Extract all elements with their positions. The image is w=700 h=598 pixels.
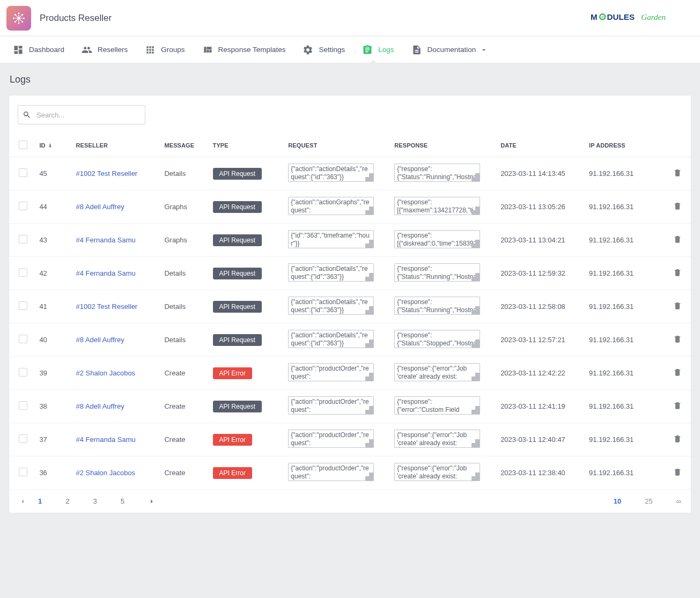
search-icon [23, 110, 31, 120]
perpage-10[interactable]: 10 [614, 497, 621, 505]
cell-date: 2023-03-11 14:13:45 [496, 157, 585, 190]
row-checkbox[interactable] [19, 368, 27, 376]
page-5[interactable]: 5 [121, 497, 124, 505]
th-request[interactable]: REQUEST [284, 134, 390, 157]
delete-button[interactable] [673, 367, 682, 377]
request-textarea[interactable]: {"action":"productOrder","request": [288, 463, 374, 481]
delete-button[interactable] [673, 268, 682, 277]
request-textarea[interactable]: {"id":"363","timeframe":"hour"}} [288, 230, 374, 248]
th-response[interactable]: RESPONSE [390, 134, 496, 157]
nav-label: Dashboard [29, 46, 64, 54]
response-textarea[interactable]: {"response":{"error":"Job 'create' alrea… [394, 463, 480, 481]
delete-button[interactable] [673, 401, 682, 410]
nav-resellers[interactable]: Resellers [73, 36, 136, 63]
main-navbar: DashboardResellersGroupsResponse Templat… [0, 36, 700, 63]
request-textarea[interactable]: {"action":"productOrder","request": [288, 363, 374, 381]
nav-dashboard[interactable]: Dashboard [4, 36, 73, 63]
reseller-link[interactable]: #4 Fernanda Samu [76, 236, 136, 244]
response-textarea[interactable]: {"response":[{"diskread":0,"time":158392 [394, 230, 480, 248]
reseller-link[interactable]: #2 Shalon Jacobos [76, 469, 136, 477]
delete-button[interactable] [673, 467, 682, 477]
delete-button[interactable] [673, 234, 682, 244]
search-box[interactable] [18, 105, 145, 124]
reseller-link[interactable]: #4 Fernanda Samu [76, 269, 136, 277]
product-icon [11, 11, 26, 26]
pagination: 1235 [19, 497, 156, 505]
table-row: 36#2 Shalon JacobosCreateAPI Error{"acti… [9, 456, 691, 490]
delete-button[interactable] [673, 334, 682, 344]
search-input[interactable] [35, 110, 141, 120]
reseller-link[interactable]: #1002 Test Reseller [76, 302, 138, 311]
row-checkbox[interactable] [19, 335, 27, 343]
row-checkbox[interactable] [19, 168, 27, 177]
reseller-link[interactable]: #8 Adell Auffrey [76, 203, 124, 211]
th-message[interactable]: MESSAGE [160, 134, 208, 157]
delete-button[interactable] [673, 168, 682, 178]
th-type[interactable]: TYPE [209, 134, 284, 157]
request-textarea[interactable]: {"action":"actionDetails","request":{"id… [288, 330, 374, 348]
perpage-∞[interactable]: ∞ [676, 497, 681, 505]
reseller-link[interactable]: #4 Fernanda Samu [76, 435, 136, 444]
type-badge: API Request [213, 168, 262, 180]
th-id[interactable]: ID [35, 134, 71, 157]
response-textarea[interactable]: {"response":{"Status":"Running","Hostna [394, 164, 480, 182]
row-checkbox[interactable] [19, 301, 27, 310]
nav-documentation[interactable]: Documentation [403, 36, 497, 63]
cell-ip: 91.192.166.31 [585, 323, 667, 357]
nav-response-templates[interactable]: Response Templates [194, 36, 294, 63]
request-textarea[interactable]: {"action":"actionDetails","request":{"id… [288, 297, 374, 315]
response-textarea[interactable]: {"response":{"error":"Job 'create' alrea… [394, 430, 480, 448]
page-next-icon[interactable] [148, 498, 156, 505]
response-textarea[interactable]: {"response":[{"maxmem":134217728,"ti [394, 197, 480, 215]
row-checkbox[interactable] [19, 202, 27, 210]
th-reseller[interactable]: RESELLER [72, 134, 160, 157]
chevron-down-icon [480, 46, 488, 54]
nav-logs[interactable]: Logs [353, 36, 402, 63]
response-textarea[interactable]: {"response":{"error":"Job 'create' alrea… [394, 363, 480, 381]
response-textarea[interactable]: {"response":{"error":"Custom Field [394, 396, 480, 415]
nav-settings[interactable]: Settings [294, 36, 353, 63]
cell-date: 2023-03-11 12:42:22 [496, 357, 585, 390]
th-ip[interactable]: IP ADDRESS [585, 134, 667, 157]
response-textarea[interactable]: {"response":{"Status":"Running","Hostna [394, 263, 480, 282]
response-textarea[interactable]: {"response":{"Status":"Running","Hostna [394, 297, 480, 315]
row-checkbox[interactable] [19, 434, 27, 443]
page-2[interactable]: 2 [65, 497, 69, 505]
row-checkbox[interactable] [19, 468, 27, 476]
delete-button[interactable] [673, 434, 682, 444]
reseller-link[interactable]: #8 Adell Auffrey [76, 402, 124, 410]
delete-button[interactable] [673, 301, 682, 311]
page-prev-icon[interactable] [19, 498, 26, 505]
reseller-link[interactable]: #8 Adell Auffrey [76, 336, 124, 344]
page-1[interactable]: 1 [38, 497, 42, 505]
row-checkbox[interactable] [19, 401, 27, 410]
row-checkbox[interactable] [19, 235, 27, 243]
nav-groups[interactable]: Groups [136, 36, 193, 63]
cell-id: 39 [35, 357, 71, 390]
table-row: 37#4 Fernanda SamuCreateAPI Error{"actio… [9, 423, 691, 456]
select-all-checkbox[interactable] [19, 141, 27, 149]
request-textarea[interactable]: {"action":"actionGraphs","request": [288, 197, 374, 215]
reseller-link[interactable]: #2 Shalon Jacobos [76, 369, 136, 377]
request-textarea[interactable]: {"action":"productOrder","request": [288, 430, 374, 448]
cell-ip: 91.192.166.31 [585, 190, 667, 224]
page-3[interactable]: 3 [93, 497, 97, 505]
row-checkbox[interactable] [19, 268, 27, 277]
svg-text:DULES: DULES [607, 12, 635, 21]
cell-date: 2023-03-11 12:38:40 [496, 456, 585, 490]
perpage-25[interactable]: 25 [645, 497, 652, 505]
cell-ip: 91.192.166.31 [585, 290, 667, 323]
delete-button[interactable] [673, 201, 682, 211]
response-textarea[interactable]: {"response":{"Status":"Stopped","Hostna [394, 330, 480, 348]
svg-point-4 [23, 17, 25, 19]
cell-message: Graphs [160, 224, 208, 257]
cell-id: 42 [35, 257, 71, 290]
th-date[interactable]: DATE [496, 134, 585, 157]
request-textarea[interactable]: {"action":"productOrder","request": [288, 396, 374, 415]
cell-ip: 91.192.166.31 [585, 390, 667, 423]
reseller-link[interactable]: #1002 Test Reseller [76, 169, 138, 178]
cell-ip: 91.192.166.31 [585, 456, 667, 490]
request-textarea[interactable]: {"action":"actionDetails","request":{"id… [288, 164, 374, 182]
request-textarea[interactable]: {"action":"actionDetails","request":{"id… [288, 263, 374, 282]
type-badge: API Request [213, 201, 262, 213]
